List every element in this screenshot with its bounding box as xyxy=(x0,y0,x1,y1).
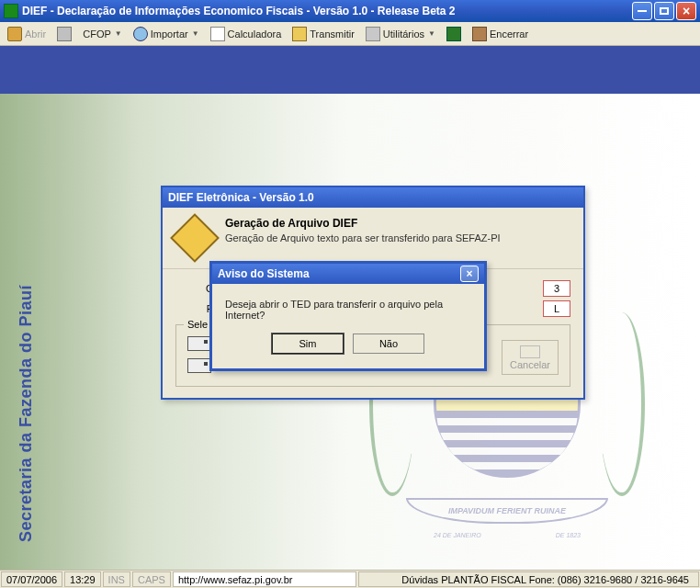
menu-abrir: Abrir xyxy=(4,25,50,43)
window-controls: × xyxy=(632,2,696,20)
transmit-icon xyxy=(292,27,307,41)
print-icon xyxy=(57,27,72,41)
side-label: Secretaria da Fazenda do Piauí xyxy=(17,285,36,542)
crest-date-left: 24 DE JANEIRO xyxy=(434,532,481,538)
menu-calculadora-label: Calculadora xyxy=(228,28,282,40)
banner xyxy=(0,46,700,94)
window-title: DIEF - Declaração de Informações Economi… xyxy=(22,5,632,17)
chevron-down-icon: ▼ xyxy=(115,29,122,38)
menu-transmitir[interactable]: Transmitir xyxy=(288,25,357,43)
menu-encerrar-label: Encerrar xyxy=(490,28,528,40)
menu-cfop[interactable]: CFOP ▼ xyxy=(79,27,125,41)
status-date: 07/07/2006 xyxy=(1,571,62,587)
exit-icon xyxy=(472,27,487,41)
dialog-aviso-sistema: Aviso do Sistema × Deseja abrir o TED pa… xyxy=(209,261,487,371)
menu-utilitarios-label: Utilitários xyxy=(383,28,424,40)
menubar: Abrir CFOP ▼ Importar ▼ Calculadora Tran… xyxy=(0,22,700,46)
menu-print[interactable] xyxy=(53,25,75,43)
hdd-icon xyxy=(187,358,211,373)
alert-yes-button[interactable]: Sim xyxy=(272,334,344,354)
menu-abrir-label: Abrir xyxy=(25,28,46,40)
cancel-icon xyxy=(520,345,540,358)
menu-transmitir-label: Transmitir xyxy=(310,28,354,40)
dialog-subheading: Geração de Arquivo texto para ser transf… xyxy=(225,232,501,243)
disk-icon xyxy=(170,213,220,263)
minimize-button[interactable] xyxy=(632,2,652,20)
status-url[interactable]: http://www.sefaz.pi.gov.br xyxy=(173,571,356,587)
folder-icon xyxy=(7,27,22,41)
book-icon xyxy=(446,27,461,41)
menu-reference[interactable] xyxy=(443,25,465,43)
alert-title: Aviso do Sistema xyxy=(218,267,310,280)
globe-icon xyxy=(133,27,148,41)
dialog-heading: Geração de Arquivo DIEF xyxy=(225,217,357,230)
menu-encerrar[interactable]: Encerrar xyxy=(469,25,532,43)
cancel-label: Cancelar xyxy=(510,359,550,370)
crest-motto: IMPAVIDUM FERIENT RUINAE xyxy=(406,498,608,524)
alert-message: Deseja abrir o TED para transferir o arq… xyxy=(212,284,484,334)
window-titlebar: DIEF - Declaração de Informações Economi… xyxy=(0,0,700,22)
chevron-down-icon: ▼ xyxy=(192,29,199,38)
fieldset-legend: Sele xyxy=(184,319,211,330)
calculator-icon xyxy=(210,27,225,41)
status-help: Dúvidas PLANTÃO FISCAL Fone: (086) 3216-… xyxy=(358,571,699,587)
status-ins: INS xyxy=(103,571,130,587)
app-icon xyxy=(4,4,18,18)
cancel-button: Cancelar xyxy=(502,340,559,375)
menu-cfop-label: CFOP xyxy=(83,28,111,40)
menu-utilitarios[interactable]: Utilitários ▼ xyxy=(362,25,439,43)
statusbar: 07/07/2006 13:29 INS CAPS http://www.sef… xyxy=(0,570,700,588)
menu-importar-label: Importar xyxy=(151,28,188,40)
maximize-button[interactable] xyxy=(654,2,674,20)
alert-close-button[interactable]: × xyxy=(460,266,479,282)
dialog-title[interactable]: DIEF Eletrônica - Versão 1.0 xyxy=(163,187,583,208)
workspace: Secretaria da Fazenda do Piauí IMPAVIDUM… xyxy=(0,94,700,570)
alert-titlebar[interactable]: Aviso do Sistema × xyxy=(212,264,484,284)
alert-no-button[interactable]: Não xyxy=(353,334,424,354)
close-button[interactable]: × xyxy=(676,2,696,20)
menu-importar[interactable]: Importar ▼ xyxy=(130,25,203,43)
chevron-down-icon: ▼ xyxy=(428,29,435,38)
crest-date-right: DE 1823 xyxy=(556,532,581,538)
field-aux-2[interactable]: L xyxy=(543,300,570,317)
utilities-icon xyxy=(366,27,380,41)
field-aux-1[interactable]: 3 xyxy=(543,280,570,297)
status-time: 13:29 xyxy=(64,571,101,587)
floppy-icon xyxy=(187,336,211,351)
menu-calculadora[interactable]: Calculadora xyxy=(207,25,286,43)
status-caps: CAPS xyxy=(132,571,171,587)
